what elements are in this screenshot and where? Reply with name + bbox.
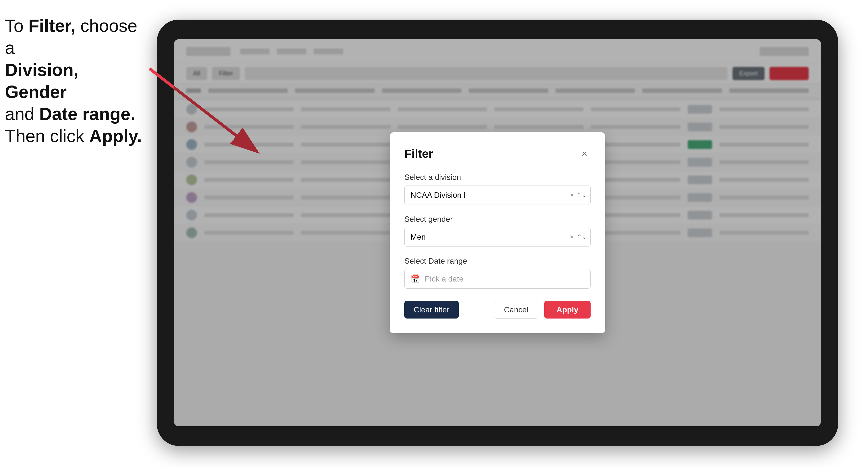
date-input-wrapper[interactable]: 📅 Pick a date <box>404 269 591 289</box>
division-form-group: Select a division NCAA Division I × ⌃⌄ <box>404 173 591 205</box>
and-date-line: and Date range. <box>5 104 135 124</box>
apply-button[interactable]: Apply <box>544 301 591 318</box>
tablet-device: All Filter Export <box>157 20 838 446</box>
division-gender-bold: Division, Gender <box>5 60 79 102</box>
tablet-screen: All Filter Export <box>174 39 821 426</box>
instruction-line1: To Filter, choose a <box>5 16 137 58</box>
modal-header: Filter × <box>404 147 591 160</box>
gender-select[interactable]: Men <box>404 227 591 247</box>
modal-action-buttons: Cancel Apply <box>494 301 591 318</box>
gender-form-group: Select gender Men × ⌃⌄ <box>404 215 591 247</box>
modal-footer: Clear filter Cancel Apply <box>404 301 591 318</box>
date-placeholder: Pick a date <box>425 274 463 283</box>
filter-modal: Filter × Select a division NCAA Division… <box>390 132 605 333</box>
apply-bold: Apply. <box>89 126 142 146</box>
date-range-bold: Date range. <box>39 104 135 124</box>
modal-title: Filter <box>404 147 433 160</box>
division-label: Select a division <box>404 173 591 182</box>
modal-overlay: Filter × Select a division NCAA Division… <box>174 39 821 426</box>
cancel-button[interactable]: Cancel <box>494 301 539 318</box>
instruction-block: To Filter, choose a Division, Gender and… <box>5 15 142 147</box>
filter-bold: Filter, <box>28 16 75 35</box>
division-select[interactable]: NCAA Division I <box>404 185 591 205</box>
calendar-icon: 📅 <box>410 274 420 283</box>
date-range-form-group: Select Date range 📅 Pick a date <box>404 256 591 289</box>
modal-close-button[interactable]: × <box>578 148 591 160</box>
then-click-line: Then click Apply. <box>5 126 142 146</box>
division-select-wrapper: NCAA Division I × ⌃⌄ <box>404 185 591 205</box>
gender-select-wrapper: Men × ⌃⌄ <box>404 227 591 247</box>
gender-label: Select gender <box>404 215 591 224</box>
date-label: Select Date range <box>404 256 591 266</box>
clear-filter-button[interactable]: Clear filter <box>404 301 459 318</box>
